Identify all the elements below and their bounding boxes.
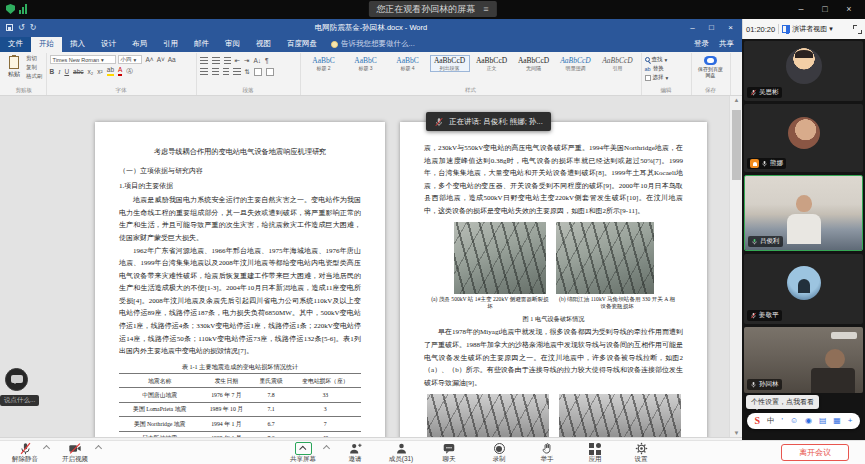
tab-design[interactable]: 设计 (93, 37, 124, 52)
start-video-button[interactable]: 开启视频 (58, 442, 92, 464)
share-screen-button[interactable]: 共享屏幕 (286, 442, 320, 464)
vertical-scrollbar[interactable]: ▲ ▼ (729, 96, 742, 437)
align-left-icon[interactable] (200, 68, 208, 75)
tab-insert[interactable]: 插入 (62, 37, 93, 52)
save-icon[interactable] (6, 24, 13, 31)
voice-input-icon[interactable]: ◉ (805, 417, 812, 425)
style-heading4[interactable]: AaBbC 标题 4 (388, 55, 428, 72)
italic-button[interactable]: I (58, 68, 60, 75)
style-no-spacing[interactable]: AaBbCcD 无间隔 (514, 55, 554, 72)
tab-file[interactable]: 文件 (0, 37, 31, 52)
font-color-button[interactable]: A (118, 67, 122, 76)
unmute-options-chevron[interactable] (43, 445, 50, 452)
style-normal[interactable]: AaBbCcD 正文 (472, 55, 512, 72)
record-button[interactable]: 录制 (482, 442, 516, 464)
banner-menu-icon[interactable]: ≡ (483, 4, 488, 14)
justify-icon[interactable] (233, 68, 241, 75)
numbering-icon[interactable] (212, 57, 220, 64)
word-restore-button[interactable]: □ (702, 23, 721, 32)
underline-button[interactable]: U (64, 68, 69, 75)
leave-meeting-button[interactable]: 离开会议 (781, 444, 849, 461)
tab-view[interactable]: 视图 (248, 37, 279, 52)
borders-icon[interactable] (266, 68, 274, 76)
replace-button[interactable]: ab替换 (645, 65, 688, 72)
toolbox-icon[interactable]: ▦ (833, 417, 841, 425)
scrollbar-thumb[interactable] (732, 110, 741, 180)
font-name-combo[interactable]: Times New Roman▾ (50, 55, 116, 64)
tab-review[interactable]: 审阅 (217, 37, 248, 52)
multilevel-list-icon[interactable] (224, 57, 231, 64)
members-button[interactable]: 成员(31) (384, 442, 418, 464)
align-right-icon[interactable] (223, 68, 229, 75)
superscript-button[interactable]: x² (97, 68, 102, 75)
punctuation-icon[interactable]: ’ (781, 417, 783, 425)
tab-baidu-netdisk[interactable]: 百度网盘 (279, 37, 325, 52)
sign-in-link[interactable]: 登录 (694, 39, 709, 49)
tell-me-box[interactable]: 告诉我您想要做什么... (325, 37, 421, 52)
participant-tile[interactable]: 姜敬平 (744, 254, 863, 324)
char-border-button[interactable]: Ⓐ (126, 67, 133, 76)
sogou-logo-icon[interactable]: S (754, 416, 760, 426)
style-heading2[interactable]: AaBbC 标题 2 (304, 55, 344, 72)
align-center-icon[interactable] (212, 68, 219, 75)
share-options-chevron[interactable] (323, 445, 330, 452)
word-close-button[interactable]: × (721, 23, 740, 32)
settings-button[interactable]: 设置 (624, 442, 658, 464)
tab-references[interactable]: 引用 (155, 37, 186, 52)
restore-button[interactable]: □ (813, 0, 837, 18)
participant-tile-presenter[interactable]: 孙回林 (744, 327, 863, 393)
style-intense-emphasis[interactable]: AaBbCcD 明显强调 (556, 55, 596, 72)
find-button[interactable]: 查找▾ (645, 56, 688, 63)
emoji-icon[interactable]: ☺ (790, 417, 798, 425)
watching-banner[interactable]: 您正在观看孙回林的屏幕 ≡ (368, 1, 496, 17)
video-options-chevron[interactable] (95, 445, 102, 452)
tab-mailings[interactable]: 邮件 (186, 37, 217, 52)
chat-button[interactable]: 聊天 (432, 442, 466, 464)
tab-layout[interactable]: 布局 (124, 37, 155, 52)
word-minimize-button[interactable]: – (683, 23, 702, 32)
quick-chat-button[interactable] (5, 368, 28, 391)
quick-chat-label[interactable]: 说点什么... (0, 395, 39, 406)
bold-button[interactable]: B (50, 68, 55, 75)
speaking-banner[interactable]: 正在讲话: 吕俊利; 熊娜; 孙... (426, 112, 551, 131)
paste-button[interactable]: 粘贴 (5, 55, 23, 80)
apps-button[interactable]: 应用 (578, 442, 612, 464)
raise-hand-button[interactable]: 举手 (530, 442, 564, 464)
participant-tile-active-speaker[interactable]: 吕俊利 (744, 175, 863, 251)
increase-indent-icon[interactable]: ⇥ (244, 57, 249, 65)
document-page-right[interactable]: 震，230kV与550kV变电站的高压电气设备破坏严重。1994年美国North… (400, 122, 707, 437)
style-heading3[interactable]: AaBbC 标题 3 (346, 55, 386, 72)
invite-button[interactable]: 邀请 (338, 442, 372, 464)
participant-tile[interactable]: 吴思彬 (744, 41, 863, 101)
sort-icon[interactable]: A↓ (253, 57, 261, 64)
ime-toolbar[interactable]: S 中 ’ ☺ ◉ ▤ ▦ + (747, 413, 860, 429)
decrease-indent-icon[interactable]: ⇤ (235, 57, 240, 65)
minimize-button[interactable]: – (789, 0, 813, 18)
scroll-up-icon[interactable]: ▲ (730, 97, 742, 103)
ime-settings-tooltip[interactable]: 个性设置，点我看看 (746, 395, 819, 409)
font-size-combo[interactable]: 小四▾ (118, 55, 142, 64)
bullets-icon[interactable] (200, 57, 208, 64)
highlight-button[interactable]: ab (107, 67, 114, 76)
copy-button[interactable]: 复制 (26, 64, 43, 71)
keyboard-icon[interactable]: ▤ (819, 417, 827, 425)
unmute-button[interactable]: 解除静音 (8, 442, 42, 464)
format-painter-button[interactable]: 格式刷 (26, 73, 43, 80)
cut-button[interactable]: 剪切 (26, 55, 43, 62)
line-spacing-icon[interactable]: ⇅ (245, 68, 250, 76)
tab-home[interactable]: 开始 (31, 37, 62, 52)
subscript-button[interactable]: x₂ (88, 68, 94, 75)
more-icon[interactable]: + (848, 417, 853, 425)
grow-font-button[interactable]: A˄ (146, 56, 154, 63)
scroll-down-icon[interactable]: ▼ (730, 430, 742, 436)
close-button[interactable]: × (837, 0, 861, 18)
participant-tile[interactable]: 熊娜 (744, 104, 863, 172)
fullscreen-icon[interactable] (853, 25, 862, 34)
shading-icon[interactable] (254, 68, 262, 76)
document-page-left[interactable]: 考虑导线耦合作用的变电站电气设备地震响应机理研究 （一）立项依据与研究内容 1.… (95, 122, 385, 437)
style-list-paragraph[interactable]: AaBbCcD 列出段落 (430, 55, 470, 72)
chinese-mode-icon[interactable]: 中 (767, 417, 775, 425)
document-canvas[interactable]: 考虑导线耦合作用的变电站电气设备地震响应机理研究 （一）立项依据与研究内容 1.… (0, 96, 742, 437)
shrink-font-button[interactable]: A˅ (157, 56, 165, 63)
show-marks-icon[interactable]: ¶ (265, 57, 269, 64)
